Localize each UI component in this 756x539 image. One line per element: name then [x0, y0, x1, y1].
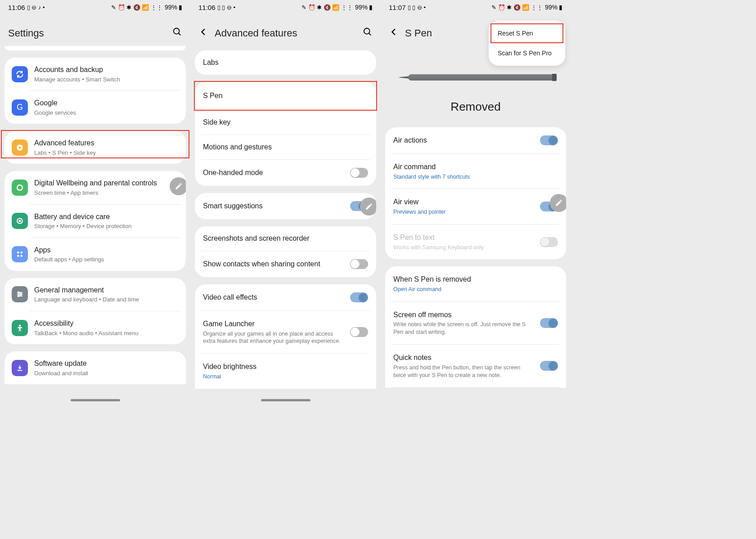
row-s-pen-to-text: S Pen to text Works with Samsung Keyboar…: [385, 225, 566, 259]
row-sub: Press and hold the Pen button, then tap …: [393, 364, 535, 379]
home-indicator[interactable]: [71, 399, 120, 401]
row-s-pen[interactable]: S Pen: [195, 82, 376, 110]
row-when-removed[interactable]: When S Pen is removed Open Air command: [385, 266, 566, 301]
row-general-management[interactable]: General management Language and keyboard…: [4, 278, 186, 311]
row-title: One-handed mode: [203, 169, 263, 177]
download-icon: [12, 360, 28, 376]
row-advanced-features[interactable]: Advanced features Labs • S Pen • Side ke…: [4, 131, 186, 164]
s-pen-status: Removed: [381, 100, 571, 114]
row-title: Accessibility: [34, 319, 179, 328]
row-screenshots-recorder[interactable]: Screenshots and screen recorder: [195, 226, 376, 251]
card-air-features: Air actions Air command Standard style w…: [385, 127, 566, 259]
row-one-handed-mode[interactable]: One-handed mode: [195, 160, 376, 186]
row-game-launcher[interactable]: Game Launcher Organize all your games al…: [195, 311, 376, 353]
row-digital-wellbeing[interactable]: Digital Wellbeing and parental controls …: [4, 171, 186, 204]
toggle-screen-off-memos[interactable]: [540, 318, 558, 328]
menu-scan-s-pen-pro[interactable]: Scan for S Pen Pro: [489, 43, 565, 63]
card-labs: Labs: [195, 50, 376, 75]
row-labs[interactable]: Labs: [195, 50, 376, 75]
row-sub: Normal: [203, 373, 368, 381]
svg-point-18: [19, 324, 21, 327]
card-wellbeing-battery-apps: Digital Wellbeing and parental controls …: [4, 171, 186, 270]
page-title: S Pen: [405, 27, 432, 39]
card-general-accessibility: General management Language and keyboard…: [4, 278, 186, 344]
row-air-view[interactable]: Air view Previews and pointer: [385, 189, 566, 224]
row-screen-off-memos[interactable]: Screen off memos Write notes while the s…: [385, 302, 566, 344]
search-icon[interactable]: [363, 27, 373, 40]
search-icon[interactable]: [172, 27, 182, 40]
row-accounts-backup[interactable]: Accounts and backup Manage accounts • Sm…: [4, 58, 186, 90]
svg-point-9: [21, 252, 23, 254]
row-sub: TalkBack • Mono audio • Assistant menu: [34, 329, 179, 337]
row-title: Quick notes: [393, 353, 535, 363]
row-title: Google: [34, 98, 179, 108]
s-pen-image: [395, 73, 557, 82]
edit-fab[interactable]: [170, 177, 186, 195]
svg-point-17: [18, 296, 19, 297]
status-time: 11:06: [198, 4, 216, 11]
row-title: Apps: [34, 245, 179, 255]
row-title: Accounts and backup: [34, 65, 179, 75]
row-title: Advanced features: [34, 138, 179, 148]
status-icons-right: ✎ ⏰ ✱ 🔇 📶 ⋮⋮: [491, 4, 543, 11]
row-google[interactable]: G Google Google services: [4, 91, 186, 124]
overflow-menu: Reset S Pen Scan for S Pen Pro: [489, 21, 565, 66]
row-video-call-effects[interactable]: Video call effects: [195, 284, 376, 310]
svg-point-16: [20, 294, 22, 295]
row-air-actions[interactable]: Air actions: [385, 127, 566, 153]
row-battery-care[interactable]: Battery and device care Storage • Memory…: [4, 205, 186, 238]
row-show-contacts[interactable]: Show contacts when sharing content: [195, 251, 376, 277]
row-sub: Works with Samsung Keyboard only.: [393, 244, 535, 252]
row-side-key[interactable]: Side key: [195, 110, 376, 135]
row-title: Smart suggestions: [203, 202, 263, 210]
toggle-show-contacts[interactable]: [350, 259, 368, 269]
toggle-video-effects[interactable]: [350, 292, 368, 302]
page-title: Settings: [8, 27, 44, 39]
row-quick-notes[interactable]: Quick notes Press and hold the Pen butto…: [385, 345, 566, 387]
toggle-air-actions[interactable]: [540, 135, 558, 145]
svg-line-1: [179, 33, 181, 36]
home-indicator[interactable]: [261, 399, 310, 401]
google-icon: G: [12, 99, 28, 116]
edit-fab[interactable]: [360, 198, 376, 216]
back-icon[interactable]: [389, 27, 399, 40]
row-sub: Previews and pointer: [393, 208, 535, 216]
row-sub: Organize all your games all in one place…: [203, 330, 345, 346]
battery-percent: 99%: [165, 4, 177, 11]
row-title: Screenshots and screen recorder: [203, 234, 310, 243]
battery-icon: ▮: [179, 4, 182, 11]
row-sub: Storage • Memory • Device protection: [34, 222, 179, 230]
row-sub: Standard style with 7 shortcuts: [393, 173, 558, 181]
row-software-update[interactable]: Software update Download and install: [4, 351, 186, 384]
toggle-quick-notes[interactable]: [540, 361, 558, 371]
row-sub: Open Air command: [393, 286, 558, 293]
row-apps[interactable]: Apps Default apps • App settings: [4, 238, 186, 271]
status-icons-left: ▯ ⊖ ♪ •: [27, 4, 45, 11]
row-video-brightness[interactable]: Video brightness Normal: [195, 354, 376, 388]
svg-point-10: [17, 255, 19, 257]
toggle-game-launcher[interactable]: [350, 327, 368, 337]
row-title: Motions and gestures: [203, 143, 272, 151]
row-title: Software update: [34, 359, 179, 368]
wellbeing-icon: [12, 180, 28, 196]
battery-percent: 99%: [545, 4, 558, 11]
accessibility-icon: [12, 320, 28, 336]
back-icon[interactable]: [198, 27, 208, 40]
battery-icon: ▮: [369, 4, 373, 11]
toggle-one-handed[interactable]: [350, 168, 368, 178]
row-accessibility[interactable]: Accessibility TalkBack • Mono audio • As…: [4, 311, 186, 344]
edit-fab[interactable]: [550, 194, 566, 212]
row-title: Video brightness: [203, 362, 368, 372]
row-title: Air view: [393, 197, 535, 207]
menu-reset-s-pen[interactable]: Reset S Pen: [489, 23, 565, 43]
sync-icon: [12, 66, 28, 82]
row-sub: Download and install: [34, 369, 179, 377]
screen-s-pen: 11:07 ▯ ▯ ⊖ • ✎ ⏰ ✱ 🔇 📶 ⋮⋮ 99% ▮ S Pen R…: [381, 0, 571, 404]
row-smart-suggestions[interactable]: Smart suggestions: [195, 193, 376, 219]
row-sub: Default apps • App settings: [34, 256, 179, 264]
status-icons-right: ✎ ⏰ ✱ 🔇 📶 ⋮⋮: [302, 4, 353, 11]
status-bar: 11:07 ▯ ▯ ⊖ • ✎ ⏰ ✱ 🔇 📶 ⋮⋮ 99% ▮: [381, 0, 571, 14]
row-motions-gestures[interactable]: Motions and gestures: [195, 135, 376, 159]
row-title: S Pen: [203, 92, 223, 100]
row-air-command[interactable]: Air command Standard style with 7 shortc…: [385, 154, 566, 189]
